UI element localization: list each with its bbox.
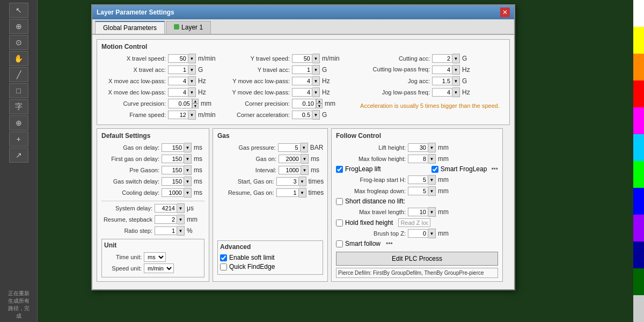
- x-move-dec-lp-input[interactable]: [168, 88, 188, 97]
- enable-soft-limit-checkbox[interactable]: [220, 254, 227, 261]
- short-distance-checkbox[interactable]: [336, 198, 343, 205]
- interval-input[interactable]: [279, 166, 301, 174]
- corner-precision-down[interactable]: ▼: [316, 104, 323, 108]
- frogleap-lift-checkbox[interactable]: [336, 166, 343, 173]
- x-move-acc-lp-input[interactable]: [168, 77, 188, 85]
- toolbar-arrow[interactable]: ↗: [9, 148, 28, 163]
- resume-stepback-dropdown[interactable]: ▼: [177, 215, 185, 224]
- y-travel-acc-input[interactable]: [292, 65, 312, 74]
- corner-precision-up[interactable]: ▲: [316, 99, 323, 104]
- palette-color[interactable]: [633, 0, 644, 27]
- smart-follow-checkbox[interactable]: [336, 240, 343, 247]
- brush-top-z-input[interactable]: [408, 229, 428, 238]
- x-move-acc-lp-dropdown[interactable]: ▼: [188, 76, 196, 86]
- cooling-delay-input[interactable]: [162, 188, 184, 197]
- time-unit-select[interactable]: ms s: [144, 252, 166, 262]
- start-gas-on-input[interactable]: [276, 177, 299, 186]
- x-travel-acc-input[interactable]: [168, 65, 188, 74]
- corner-acc-dropdown[interactable]: ▼: [312, 110, 320, 120]
- smart-frogleap-more[interactable]: •••: [491, 165, 498, 173]
- toolbar-line[interactable]: ╱: [9, 67, 28, 82]
- palette-color[interactable]: [633, 241, 644, 268]
- resume-gas-on-dropdown[interactable]: ▼: [299, 188, 306, 197]
- palette-color[interactable]: [633, 80, 644, 107]
- max-frogleap-dropdown[interactable]: ▼: [428, 186, 436, 196]
- pre-gason-dropdown[interactable]: ▼: [184, 165, 192, 175]
- ratio-step-input[interactable]: [155, 226, 177, 235]
- y-travel-speed-dropdown[interactable]: ▼: [312, 54, 320, 63]
- jog-acc-input[interactable]: [432, 77, 452, 85]
- toolbar-text[interactable]: 字: [9, 99, 28, 114]
- resume-gas-on-input[interactable]: [276, 188, 299, 197]
- palette-color[interactable]: [633, 215, 644, 241]
- lift-height-input[interactable]: [408, 143, 428, 152]
- gas-switch-dropdown[interactable]: ▼: [184, 177, 192, 186]
- smart-frogleap-checkbox[interactable]: [431, 166, 438, 173]
- gas-on-delay-dropdown[interactable]: ▼: [184, 143, 192, 152]
- gas-pressure-input[interactable]: [278, 143, 301, 152]
- tab-global-parameters[interactable]: Global Parameters: [95, 21, 165, 34]
- hold-fixed-height-checkbox[interactable]: [336, 219, 343, 226]
- resume-stepback-input[interactable]: [155, 215, 177, 224]
- toolbar-move[interactable]: ⊕: [9, 19, 28, 34]
- lift-height-dropdown[interactable]: ▼: [428, 143, 436, 152]
- frame-speed-input[interactable]: [168, 111, 188, 119]
- cutting-lpf-input[interactable]: [432, 65, 452, 74]
- x-travel-speed-dropdown[interactable]: ▼: [188, 54, 196, 63]
- curve-precision-down[interactable]: ▼: [192, 104, 199, 108]
- pre-gason-input[interactable]: [162, 166, 184, 174]
- palette-color[interactable]: [633, 295, 644, 322]
- y-travel-speed-input[interactable]: [292, 54, 312, 63]
- first-gas-on-dropdown[interactable]: ▼: [184, 154, 192, 164]
- jog-acc-dropdown[interactable]: ▼: [452, 76, 460, 86]
- cooling-delay-dropdown[interactable]: ▼: [184, 188, 192, 197]
- palette-color[interactable]: [633, 27, 644, 54]
- toolbar-plus[interactable]: +: [9, 131, 28, 147]
- interval-dropdown[interactable]: ▼: [301, 165, 309, 175]
- system-delay-dropdown[interactable]: ▼: [177, 203, 185, 213]
- corner-precision-input[interactable]: [292, 99, 316, 108]
- max-follow-dropdown[interactable]: ▼: [428, 154, 436, 164]
- curve-precision-input[interactable]: [168, 99, 192, 108]
- ratio-step-dropdown[interactable]: ▼: [177, 226, 185, 236]
- gas-on-dropdown[interactable]: ▼: [301, 154, 309, 164]
- toolbar-zoom[interactable]: ⊙: [9, 35, 28, 50]
- edit-plc-button[interactable]: Edit PLC Process: [336, 252, 498, 266]
- smart-follow-more[interactable]: •••: [386, 240, 393, 247]
- y-move-dec-lp-input[interactable]: [292, 88, 312, 97]
- read-z-loc-input[interactable]: [398, 218, 430, 227]
- close-button[interactable]: ✕: [500, 8, 510, 17]
- gas-on-input[interactable]: [279, 155, 301, 163]
- palette-color[interactable]: [633, 188, 644, 215]
- jog-lpf-input[interactable]: [432, 88, 452, 97]
- x-travel-acc-dropdown[interactable]: ▼: [188, 65, 196, 75]
- palette-color[interactable]: [633, 107, 644, 134]
- gas-on-delay-input[interactable]: [162, 143, 184, 152]
- tab-layer1[interactable]: Layer 1: [166, 21, 211, 34]
- gas-pressure-dropdown[interactable]: ▼: [301, 143, 308, 152]
- max-follow-input[interactable]: [408, 155, 428, 163]
- gas-switch-input[interactable]: [162, 177, 184, 186]
- max-frogleap-input[interactable]: [408, 187, 428, 195]
- palette-color[interactable]: [633, 161, 644, 188]
- quick-find-edge-checkbox[interactable]: [220, 264, 227, 270]
- brush-top-z-dropdown[interactable]: ▼: [428, 229, 436, 238]
- start-gas-on-dropdown[interactable]: ▼: [299, 177, 306, 186]
- y-travel-acc-dropdown[interactable]: ▼: [312, 65, 320, 75]
- x-move-dec-lp-dropdown[interactable]: ▼: [188, 87, 196, 97]
- speed-unit-select[interactable]: m/min mm/s: [144, 264, 174, 273]
- cutting-lpf-dropdown[interactable]: ▼: [452, 65, 460, 75]
- corner-acc-input[interactable]: [292, 111, 312, 119]
- max-travel-input[interactable]: [408, 208, 428, 216]
- toolbar-rect[interactable]: □: [9, 83, 28, 98]
- cutting-acc-input[interactable]: [432, 54, 452, 63]
- toolbar-circle[interactable]: ⊕: [9, 115, 28, 130]
- jog-lpf-dropdown[interactable]: ▼: [452, 87, 460, 97]
- cutting-acc-dropdown[interactable]: ▼: [452, 54, 460, 63]
- toolbar-cursor[interactable]: ↖: [9, 3, 28, 18]
- y-move-dec-lp-dropdown[interactable]: ▼: [312, 87, 320, 97]
- x-travel-speed-input[interactable]: [168, 54, 188, 63]
- first-gas-on-input[interactable]: [162, 155, 184, 163]
- palette-color[interactable]: [633, 54, 644, 80]
- frame-speed-dropdown[interactable]: ▼: [188, 110, 196, 120]
